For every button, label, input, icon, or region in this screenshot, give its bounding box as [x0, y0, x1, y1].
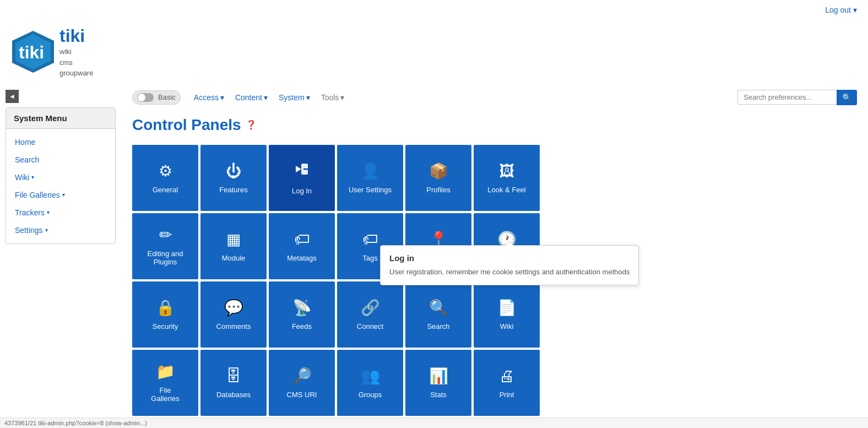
tiki-logo-icon: tiki — [11, 30, 55, 74]
logout-caret: ▾ — [853, 6, 857, 14]
panel-look-feel[interactable]: 🖼 Look & Feel — [474, 145, 540, 211]
file-galleries-panel-icon: 📁 — [156, 362, 175, 381]
sidebar-search-label: Search — [15, 155, 39, 164]
sidebar-item-file-galleries[interactable]: File Galleries ▾ — [6, 186, 115, 204]
sidebar-menu: System Menu Home Search Wiki ▾ File Gall… — [6, 107, 116, 244]
nav-system-label: System — [279, 93, 305, 102]
svg-text:tiki: tiki — [19, 42, 44, 62]
groups-icon: 👥 — [361, 367, 380, 385]
sidebar-settings-label: Settings — [15, 226, 43, 235]
panel-connect[interactable]: 🔗 Connect — [337, 281, 403, 348]
user-settings-label: User Settings — [346, 186, 394, 194]
login-icon — [294, 161, 310, 181]
panel-stats[interactable]: 📊 Stats — [405, 350, 471, 416]
connect-icon: 🔗 — [361, 299, 380, 317]
logo-container[interactable]: tiki tiki wiki cms groupware — [11, 25, 93, 79]
nav-content-button[interactable]: Content ▾ — [231, 91, 272, 104]
login-label: Log In — [290, 187, 314, 196]
nav-tools-label: Tools — [321, 93, 339, 102]
tooltip-description: User registration, remember me cookie se… — [389, 267, 630, 277]
topbar: Log out ▾ — [0, 0, 868, 20]
toggle-knob — [138, 94, 145, 101]
tooltip-title: Log in — [389, 253, 630, 263]
file-galleries-caret-icon: ▾ — [62, 192, 65, 198]
panel-features[interactable]: ⏻ Features — [200, 145, 267, 211]
stats-label: Stats — [428, 391, 449, 399]
sidebar: ◄ System Menu Home Search Wiki ▾ File Ga… — [0, 90, 121, 428]
databases-label: Databases — [214, 391, 253, 399]
panel-profiles[interactable]: 📦 Profiles — [405, 145, 471, 211]
panel-user-settings[interactable]: 👤 User Settings — [337, 145, 403, 211]
help-icon[interactable]: ❓ — [246, 120, 257, 130]
search-preferences-button[interactable]: 🔍 — [837, 90, 857, 105]
search-icon: 🔍 — [429, 299, 448, 317]
panel-editing-plugins[interactable]: ✏ Editing and Plugins — [132, 213, 198, 279]
security-icon: 🔒 — [156, 299, 175, 317]
print-icon: 🖨 — [499, 367, 514, 385]
access-caret-icon: ▾ — [220, 93, 224, 102]
panel-groups[interactable]: 👥 Groups — [337, 350, 403, 416]
metatags-icon: 🏷 — [294, 230, 310, 248]
editing-plugins-label: Editing and Plugins — [145, 250, 185, 267]
panel-print[interactable]: 🖨 Print — [474, 350, 540, 416]
look-feel-label: Look & Feel — [485, 186, 528, 194]
sidebar-item-settings[interactable]: Settings ▾ — [6, 221, 115, 239]
nav-system-button[interactable]: System ▾ — [274, 91, 314, 104]
toolbar: Basic Access ▾ Content ▾ System ▾ Tools … — [132, 90, 857, 105]
search-preferences-input[interactable] — [737, 90, 837, 105]
sidebar-collapse-button[interactable]: ◄ — [6, 90, 19, 103]
cms-uri-icon: 🔎 — [292, 367, 312, 385]
logo-text: tiki wiki cms groupware — [59, 25, 93, 79]
sidebar-item-search[interactable]: Search — [6, 151, 115, 169]
sidebar-home-label: Home — [15, 138, 35, 147]
sidebar-item-home[interactable]: Home — [6, 133, 115, 151]
cms-uri-label: CMS URI — [285, 391, 319, 399]
general-icon: ⚙ — [159, 162, 172, 180]
panel-metatags[interactable]: 🏷 Metatags — [269, 213, 335, 279]
panel-search[interactable]: 🔍 Search — [405, 281, 471, 348]
statusbar-text: 4373961/21 tiki-admin.php?cookie=8 (show… — [4, 420, 147, 426]
module-label: Module — [220, 254, 248, 263]
nav-tools-button[interactable]: Tools ▾ — [317, 91, 349, 104]
panel-cms-uri[interactable]: 🔎 CMS URI — [269, 350, 335, 416]
page-title: Control Panels ❓ — [132, 116, 857, 134]
panel-security[interactable]: 🔒 Security — [132, 281, 198, 348]
trackers-caret-icon: ▾ — [47, 209, 50, 215]
search-prefs-icon: 🔍 — [842, 93, 851, 102]
panel-login[interactable]: Log In — [269, 145, 335, 211]
tags-label: Tags — [360, 254, 379, 263]
content-caret-icon: ▾ — [264, 93, 268, 102]
logo-area: tiki tiki wiki cms groupware — [0, 20, 868, 90]
login-tooltip: Log in User registration, remember me co… — [380, 245, 639, 285]
feeds-label: Feeds — [290, 322, 314, 331]
logout-button[interactable]: Log out ▾ — [825, 6, 857, 14]
panel-databases[interactable]: 🗄 Databases — [200, 350, 267, 416]
look-feel-icon: 🖼 — [499, 162, 514, 180]
panel-module[interactable]: ▦ Module — [200, 213, 267, 279]
security-label: Security — [150, 322, 181, 331]
sidebar-wiki-label: Wiki — [15, 173, 29, 182]
sidebar-trackers-label: Trackers — [15, 208, 45, 217]
nav-access-button[interactable]: Access ▾ — [189, 91, 229, 104]
panel-general[interactable]: ⚙ General — [132, 145, 198, 211]
features-label: Features — [217, 186, 249, 194]
sidebar-item-trackers[interactable]: Trackers ▾ — [6, 204, 115, 221]
nav-access-label: Access — [194, 93, 219, 102]
connect-label: Connect — [355, 322, 386, 331]
panel-file-galleries[interactable]: 📁 File Galleries — [132, 350, 198, 416]
databases-icon: 🗄 — [226, 367, 241, 385]
panel-feeds[interactable]: 📡 Feeds — [269, 281, 335, 348]
settings-caret-icon: ▾ — [45, 227, 48, 233]
comments-icon: 💬 — [224, 299, 243, 317]
profiles-icon: 📦 — [429, 162, 448, 180]
basic-toggle[interactable]: Basic — [132, 90, 181, 105]
sidebar-item-wiki[interactable]: Wiki ▾ — [6, 169, 115, 186]
tools-caret-icon: ▾ — [340, 93, 344, 102]
basic-label: Basic — [158, 93, 176, 101]
toggle-switch — [137, 93, 154, 102]
sidebar-menu-title: System Menu — [6, 108, 115, 129]
panel-wiki[interactable]: 📄 Wiki — [474, 281, 540, 348]
logo-tiki-text: tiki — [59, 25, 93, 46]
panel-comments[interactable]: 💬 Comments — [200, 281, 267, 348]
groups-label: Groups — [356, 391, 384, 399]
